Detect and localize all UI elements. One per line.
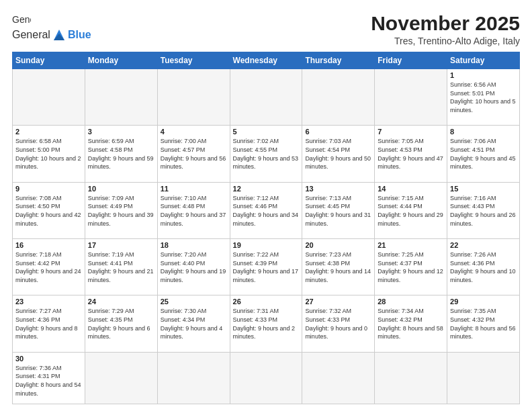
header-monday: Monday (85, 52, 157, 69)
table-row (302, 69, 375, 126)
table-row: 27Sunrise: 7:32 AM Sunset: 4:33 PM Dayli… (302, 295, 375, 352)
calendar-table: Sunday Monday Tuesday Wednesday Thursday… (12, 52, 520, 404)
day-number: 26 (233, 298, 300, 306)
generalblue-icon: General (12, 12, 31, 28)
logo-general-text: General (12, 29, 50, 41)
day-number: 13 (305, 185, 371, 193)
day-number: 20 (305, 241, 371, 249)
svg-marker-2 (54, 34, 64, 40)
day-number: 16 (15, 241, 82, 249)
table-row: 26Sunrise: 7:31 AM Sunset: 4:33 PM Dayli… (230, 295, 302, 352)
day-number: 23 (15, 298, 82, 306)
day-info: Sunrise: 7:34 AM Sunset: 4:32 PM Dayligh… (378, 307, 444, 340)
table-row: 29Sunrise: 7:35 AM Sunset: 4:32 PM Dayli… (447, 295, 520, 352)
day-info: Sunrise: 7:09 AM Sunset: 4:49 PM Dayligh… (88, 194, 154, 228)
day-info: Sunrise: 7:13 AM Sunset: 4:45 PM Dayligh… (305, 194, 371, 228)
day-info: Sunrise: 7:23 AM Sunset: 4:38 PM Dayligh… (305, 250, 371, 284)
table-row: 9Sunrise: 7:08 AM Sunset: 4:50 PM Daylig… (13, 182, 85, 238)
table-row (375, 352, 447, 404)
table-row: 16Sunrise: 7:18 AM Sunset: 4:42 PM Dayli… (13, 239, 85, 295)
table-row: 28Sunrise: 7:34 AM Sunset: 4:32 PM Dayli… (375, 295, 447, 352)
table-row: 4Sunrise: 7:00 AM Sunset: 4:57 PM Daylig… (157, 126, 230, 182)
table-row: 19Sunrise: 7:22 AM Sunset: 4:39 PM Dayli… (230, 239, 302, 295)
table-row (447, 352, 520, 404)
header-wednesday: Wednesday (230, 52, 302, 69)
table-row: 22Sunrise: 7:26 AM Sunset: 4:36 PM Dayli… (447, 239, 520, 295)
table-row: 8Sunrise: 7:06 AM Sunset: 4:51 PM Daylig… (447, 126, 520, 182)
table-row: 13Sunrise: 7:13 AM Sunset: 4:45 PM Dayli… (302, 182, 375, 238)
day-number: 2 (15, 128, 82, 136)
day-number: 9 (15, 185, 82, 193)
day-info: Sunrise: 7:00 AM Sunset: 4:57 PM Dayligh… (161, 137, 227, 171)
day-number: 27 (305, 298, 371, 306)
day-number: 7 (378, 128, 444, 136)
header-saturday: Saturday (447, 52, 520, 69)
table-row: 18Sunrise: 7:20 AM Sunset: 4:40 PM Dayli… (157, 239, 230, 295)
day-info: Sunrise: 7:05 AM Sunset: 4:53 PM Dayligh… (378, 137, 444, 171)
day-info: Sunrise: 7:18 AM Sunset: 4:42 PM Dayligh… (15, 250, 82, 284)
day-info: Sunrise: 7:27 AM Sunset: 4:36 PM Dayligh… (15, 307, 82, 340)
day-info: Sunrise: 7:16 AM Sunset: 4:43 PM Dayligh… (450, 194, 517, 228)
table-row: 14Sunrise: 7:15 AM Sunset: 4:44 PM Dayli… (375, 182, 447, 238)
day-info: Sunrise: 7:30 AM Sunset: 4:34 PM Dayligh… (161, 307, 227, 340)
day-info: Sunrise: 7:10 AM Sunset: 4:48 PM Dayligh… (161, 194, 227, 228)
table-row (230, 69, 302, 126)
day-number: 30 (15, 355, 82, 363)
header-thursday: Thursday (302, 52, 375, 69)
table-row: 11Sunrise: 7:10 AM Sunset: 4:48 PM Dayli… (157, 182, 230, 238)
day-number: 11 (161, 185, 227, 193)
day-number: 29 (450, 298, 517, 306)
day-info: Sunrise: 7:12 AM Sunset: 4:46 PM Dayligh… (233, 194, 300, 228)
header-friday: Friday (375, 52, 447, 69)
day-number: 3 (88, 128, 154, 136)
day-info: Sunrise: 7:20 AM Sunset: 4:40 PM Dayligh… (161, 250, 227, 284)
day-number: 28 (378, 298, 444, 306)
day-number: 4 (161, 128, 227, 136)
day-number: 24 (88, 298, 154, 306)
page: General General Blue November 2025 Tres,… (0, 0, 532, 411)
table-row: 7Sunrise: 7:05 AM Sunset: 4:53 PM Daylig… (375, 126, 447, 182)
table-row: 20Sunrise: 7:23 AM Sunset: 4:38 PM Dayli… (302, 239, 375, 295)
table-row: 5Sunrise: 7:02 AM Sunset: 4:55 PM Daylig… (230, 126, 302, 182)
day-number: 10 (88, 185, 154, 193)
day-number: 18 (161, 241, 227, 249)
day-number: 22 (450, 241, 517, 249)
logo-area: General General Blue (12, 12, 91, 42)
day-info: Sunrise: 6:58 AM Sunset: 5:00 PM Dayligh… (15, 137, 82, 171)
table-row: 15Sunrise: 7:16 AM Sunset: 4:43 PM Dayli… (447, 182, 520, 238)
day-number: 15 (450, 185, 517, 193)
day-info: Sunrise: 7:02 AM Sunset: 4:55 PM Dayligh… (233, 137, 300, 171)
table-row: 30Sunrise: 7:36 AM Sunset: 4:31 PM Dayli… (13, 352, 85, 404)
day-number: 5 (233, 128, 300, 136)
day-info: Sunrise: 7:03 AM Sunset: 4:54 PM Dayligh… (305, 137, 371, 171)
table-row (13, 69, 85, 126)
title-area: November 2025 Tres, Trentino-Alto Adige,… (371, 12, 520, 46)
day-info: Sunrise: 6:59 AM Sunset: 4:58 PM Dayligh… (88, 137, 154, 171)
day-number: 8 (450, 128, 517, 136)
table-row (85, 352, 157, 404)
day-info: Sunrise: 7:08 AM Sunset: 4:50 PM Dayligh… (15, 194, 82, 228)
table-row (85, 69, 157, 126)
table-row: 24Sunrise: 7:29 AM Sunset: 4:35 PM Dayli… (85, 295, 157, 352)
day-number: 19 (233, 241, 300, 249)
logo-blue-text: Blue (68, 29, 91, 41)
day-info: Sunrise: 7:26 AM Sunset: 4:36 PM Dayligh… (450, 250, 517, 284)
day-number: 17 (88, 241, 154, 249)
day-number: 1 (450, 71, 517, 79)
table-row: 2Sunrise: 6:58 AM Sunset: 5:00 PM Daylig… (13, 126, 85, 182)
day-info: Sunrise: 7:32 AM Sunset: 4:33 PM Dayligh… (305, 307, 371, 340)
table-row (302, 352, 375, 404)
day-info: Sunrise: 7:22 AM Sunset: 4:39 PM Dayligh… (233, 250, 300, 284)
logo-combined: General Blue (12, 28, 91, 42)
table-row (230, 352, 302, 404)
day-info: Sunrise: 7:35 AM Sunset: 4:32 PM Dayligh… (450, 307, 517, 340)
table-row (375, 69, 447, 126)
month-title: November 2025 (371, 12, 520, 34)
table-row: 25Sunrise: 7:30 AM Sunset: 4:34 PM Dayli… (157, 295, 230, 352)
day-number: 6 (305, 128, 371, 136)
table-row: 21Sunrise: 7:25 AM Sunset: 4:37 PM Dayli… (375, 239, 447, 295)
header: General General Blue November 2025 Tres,… (12, 12, 520, 46)
table-row: 10Sunrise: 7:09 AM Sunset: 4:49 PM Dayli… (85, 182, 157, 238)
day-info: Sunrise: 7:06 AM Sunset: 4:51 PM Dayligh… (450, 137, 517, 171)
day-info: Sunrise: 7:19 AM Sunset: 4:41 PM Dayligh… (88, 250, 154, 284)
